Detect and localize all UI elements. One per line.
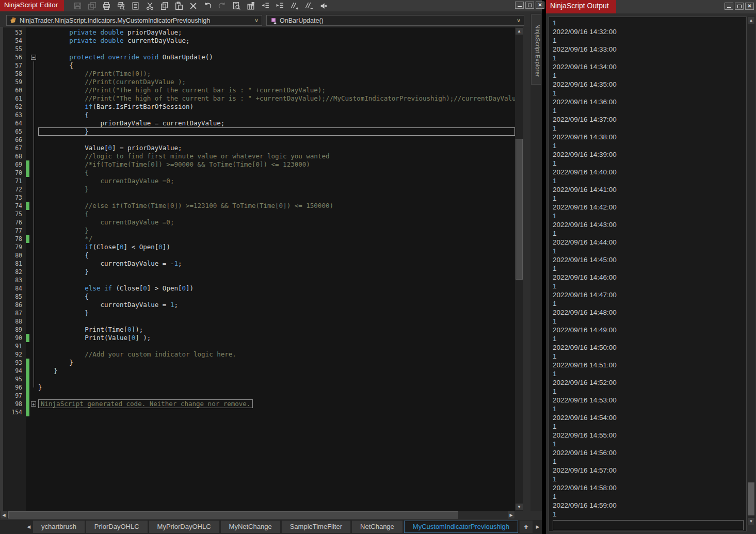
code-line[interactable]: 61 //Print("The high of the current bar … <box>0 94 515 103</box>
code-line[interactable]: 59 //Print(currentDayValue ); <box>0 78 515 86</box>
close-button[interactable]: ✕ <box>745 3 754 10</box>
line-number: 82 <box>3 268 26 276</box>
code-line[interactable]: 65 } <box>0 127 515 136</box>
code-line[interactable]: 83 <box>0 276 515 284</box>
scroll-left-icon[interactable]: ◀ <box>1 511 7 519</box>
code-line[interactable]: 55 <box>0 45 515 53</box>
print-preview-icon[interactable] <box>116 1 126 11</box>
code-line[interactable]: 68 //logic to find first minute value or… <box>0 152 515 160</box>
code-line[interactable]: 71 currentDayValue =0; <box>0 177 515 185</box>
code-line[interactable]: 74 //else if(ToTime(Time[0]) >=123100 &&… <box>0 202 515 210</box>
comment-remove-icon[interactable] <box>303 1 314 11</box>
code-line[interactable]: 88 <box>0 317 515 326</box>
collapsed-region-text[interactable]: NinjaScript generated code. Neither chan… <box>38 399 253 408</box>
editor-vertical-scrollbar[interactable]: ▲ ▼ <box>515 27 523 511</box>
code-line[interactable]: 154 <box>0 408 515 416</box>
code-line[interactable]: 78 */ <box>0 235 515 243</box>
code-line[interactable]: 97 <box>0 392 515 400</box>
tab-mypriordayohlc[interactable]: MyPriorDayOHLC <box>149 521 219 533</box>
scroll-right-icon[interactable]: ▶ <box>508 511 514 519</box>
code-line[interactable]: 60 //Print("The high of the current bar … <box>0 86 515 94</box>
output-vertical-scrollbar[interactable]: ▲ ▼ <box>747 17 755 525</box>
method-dropdown[interactable]: OnBarUpdate() ∨ <box>266 15 524 26</box>
code-line[interactable]: 98+NinjaScript generated code. Neither c… <box>0 400 515 408</box>
copy-icon[interactable] <box>159 1 169 11</box>
code-line[interactable]: 80 { <box>0 251 515 260</box>
output-vscroll-thumb[interactable] <box>748 482 754 515</box>
code-line[interactable]: 75 { <box>0 210 515 218</box>
template-icon[interactable] <box>130 1 140 11</box>
minimize-button[interactable] <box>515 2 524 9</box>
add-tab-button[interactable]: + <box>520 521 533 533</box>
minimize-button[interactable] <box>725 3 733 10</box>
tab-mycustomindicatorprevioushigh[interactable]: MyCustomIndicatorPrevioushigh <box>404 521 518 533</box>
editor-hscroll-thumb[interactable] <box>8 511 458 519</box>
code-line[interactable]: 77 } <box>0 226 515 235</box>
fold-collapse-icon[interactable]: − <box>31 55 36 60</box>
tab-sampletimefilter[interactable]: SampleTimeFilter <box>282 521 350 533</box>
tab-ychartbrush[interactable]: ychartbrush <box>33 521 85 533</box>
code-editor[interactable]: 53 private double priorDayValue;54 priva… <box>0 27 515 511</box>
close-button[interactable]: ✕ <box>536 2 544 9</box>
code-line[interactable]: 81 currentDayValue = -1; <box>0 260 515 268</box>
cut-icon[interactable] <box>144 1 155 11</box>
code-line[interactable]: 84 else if (Close[0] > Open[0]) <box>0 284 515 293</box>
output-text-area[interactable]: 12022/09/16 14:32:0012022/09/16 14:33:00… <box>549 17 747 531</box>
code-line[interactable]: 58 //Print(Time[0]); <box>0 70 515 78</box>
tab-priordayohlc[interactable]: PriorDayOHLC <box>86 521 148 533</box>
code-line[interactable]: 82 } <box>0 268 515 276</box>
code-line[interactable]: 56− protected override void OnBarUpdate(… <box>0 53 515 61</box>
outdent-icon[interactable] <box>260 1 270 11</box>
scroll-up-icon[interactable]: ▲ <box>748 17 754 24</box>
code-line[interactable]: 66 <box>0 136 515 144</box>
code-line[interactable]: 57 { <box>0 61 515 70</box>
code-line[interactable]: 54 private double currentDayValue; <box>0 37 515 45</box>
tab-mynetchange[interactable]: MyNetChange <box>221 521 280 533</box>
code-line[interactable]: 95 <box>0 375 515 383</box>
fold-expand-icon[interactable]: + <box>31 401 36 407</box>
code-line[interactable]: 53 private double priorDayValue; <box>0 28 515 37</box>
paste-icon[interactable] <box>173 1 184 11</box>
undo-icon[interactable] <box>202 1 213 11</box>
class-dropdown[interactable]: NinjaTrader.NinjaScript.Indicators.MyCus… <box>6 15 262 26</box>
maximize-button[interactable] <box>525 2 534 9</box>
code-line[interactable]: 64 priorDayValue = currentDayValue; <box>0 119 515 127</box>
code-line[interactable]: 94 } <box>0 367 515 375</box>
code-line[interactable]: 93 } <box>0 359 515 367</box>
code-line[interactable]: 89 Print(Time[0]); <box>0 326 515 334</box>
code-line[interactable]: 76 currentDayValue =0; <box>0 218 515 226</box>
find-icon[interactable] <box>231 1 242 11</box>
tabs-scroll-right-icon[interactable]: ▶ <box>534 521 542 533</box>
print-icon[interactable] <box>101 1 111 11</box>
maximize-button[interactable] <box>735 3 744 10</box>
editor-vscroll-thumb[interactable] <box>516 139 523 280</box>
code-line[interactable]: 87 } <box>0 309 515 317</box>
code-line[interactable]: 62 if(Bars.IsFirstBarOfSession) <box>0 103 515 111</box>
scroll-up-icon[interactable]: ▲ <box>516 28 523 35</box>
code-line[interactable]: 86 currentDayValue = 1; <box>0 301 515 309</box>
code-line[interactable]: 85 { <box>0 293 515 301</box>
scroll-down-icon[interactable]: ▼ <box>748 518 754 525</box>
comment-add-icon[interactable] <box>289 1 299 11</box>
editor-horizontal-scrollbar[interactable]: ◀ ▶ <box>0 511 515 519</box>
code-line[interactable]: 63 { <box>0 111 515 119</box>
scroll-down-icon[interactable]: ▼ <box>516 504 523 510</box>
output-line: 2022/09/16 14:53:00 <box>553 396 746 404</box>
code-line[interactable]: 92 //Add your custom indicator logic her… <box>0 350 515 359</box>
tabs-scroll-left-icon[interactable]: ◀ <box>25 521 33 533</box>
code-line[interactable]: 96} <box>0 383 515 392</box>
code-line[interactable]: 91 <box>0 342 515 350</box>
delete-icon[interactable] <box>188 1 198 11</box>
ninjascript-explorer-tab[interactable]: NinjaScript Explorer <box>531 14 541 85</box>
code-line[interactable]: 70 { <box>0 169 515 177</box>
code-line[interactable]: 73 <box>0 193 515 202</box>
code-line[interactable]: 90 Print(Value[0] ); <box>0 334 515 342</box>
mute-icon[interactable] <box>318 1 328 11</box>
code-line[interactable]: 69 /*if(ToTime(Time[0]) >=90000 && ToTim… <box>0 160 515 169</box>
compile-icon[interactable] <box>246 1 256 11</box>
indent-icon[interactable] <box>275 1 285 11</box>
code-line[interactable]: 79 if(Close[0] < Open[0]) <box>0 243 515 251</box>
code-line[interactable]: 72 } <box>0 185 515 193</box>
code-line[interactable]: 67 Value[0] = priorDayValue; <box>0 144 515 152</box>
tab-netchange[interactable]: NetChange <box>352 521 403 533</box>
